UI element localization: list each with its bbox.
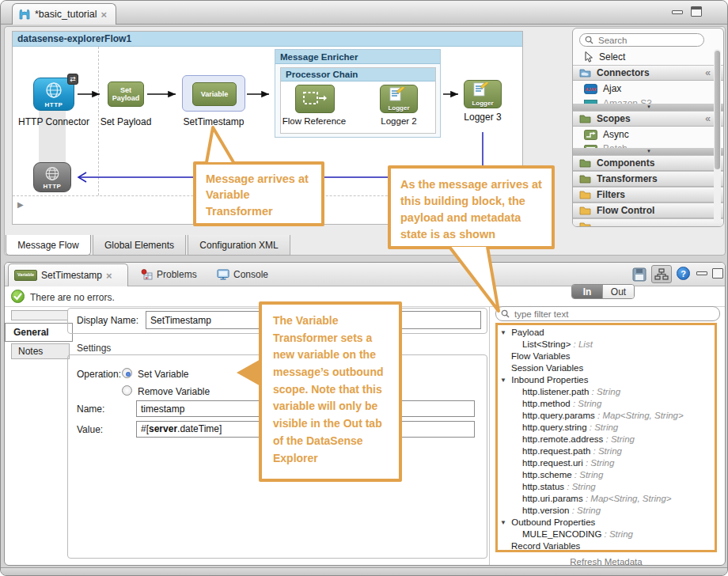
metadata-filter-input[interactable] — [513, 309, 715, 320]
palette-category-scopes[interactable]: Scopes « — [573, 111, 724, 127]
tab-problems[interactable]: x Problems — [141, 263, 197, 286]
folder-icon — [579, 222, 591, 227]
logger-icon — [389, 87, 409, 101]
metadata-tree-item[interactable]: http.uri.params : Map<String, String> — [498, 493, 715, 505]
editor-tab-close-icon[interactable]: × — [101, 9, 108, 20]
save-button[interactable] — [631, 266, 648, 283]
message-enricher-title: Message Enricher — [275, 50, 440, 64]
palette-scrollbar-thumb[interactable] — [715, 51, 720, 169]
palette-category-flow-control[interactable]: Flow Control — [573, 203, 724, 218]
palette-category-connectors[interactable]: Connectors « — [573, 65, 724, 81]
palette-panel: Select Connectors « AJAX Ajax amazon Ama — [572, 28, 724, 227]
no-errors-message: There are no errors. — [30, 292, 115, 303]
metadata-tree-item[interactable]: MULE_ENCODING : String — [498, 529, 715, 540]
value-label: Value: — [77, 424, 103, 435]
message-enricher-scope[interactable]: Message Enricher Processor Chain Flow Re… — [275, 49, 441, 138]
palette-item-async[interactable]: Async — [573, 127, 714, 142]
folder-connectors-icon — [579, 68, 591, 78]
globe-icon — [45, 166, 60, 181]
editor-tab-basic-tutorial[interactable]: *basic_tutorial × — [12, 3, 116, 25]
console-icon — [217, 269, 229, 280]
editor-tab-strip: *basic_tutorial × — [1, 1, 728, 25]
folder-transformers-icon — [579, 174, 591, 184]
show-tree-toggle-button[interactable] — [651, 265, 672, 283]
metadata-tree-item[interactable]: http.request.path : String — [498, 445, 715, 457]
palette-category-filters[interactable]: Filters — [573, 187, 724, 203]
tab-settimestamp[interactable]: Variable SetTimestamp × — [8, 263, 128, 286]
tab-out[interactable]: Out — [602, 285, 634, 298]
view-minimize-icon[interactable] — [672, 10, 683, 14]
palette-search-input[interactable] — [597, 35, 684, 46]
http-response-block[interactable]: HTTP — [33, 162, 71, 192]
set-variable-radio-label[interactable]: Set Variable — [138, 369, 188, 380]
tab-global-elements[interactable]: Global Elements — [93, 235, 186, 256]
remove-variable-radio[interactable] — [122, 385, 132, 396]
tab-console[interactable]: Console — [217, 263, 268, 286]
tree-view-icon — [654, 268, 669, 280]
metadata-tree-item[interactable]: http.listener.path : String — [498, 386, 715, 398]
logger3-block[interactable]: Logger — [464, 80, 502, 108]
variable-transformer-block-selected[interactable]: Variable — [182, 75, 245, 112]
palette-item-amazon-s3[interactable]: amazon Amazon S3 ▼ — [573, 97, 714, 111]
help-button[interactable]: ? — [677, 267, 690, 280]
metadata-tree-item[interactable]: http.version : String — [498, 505, 715, 517]
view-maximize-icon[interactable] — [691, 6, 702, 17]
palette-pin-icon[interactable]: « — [705, 113, 711, 124]
logger2-block[interactable]: Logger — [380, 85, 418, 113]
metadata-tree-item[interactable]: ▼ Payload — [498, 327, 715, 339]
remove-variable-radio-label[interactable]: Remove Variable — [138, 386, 210, 397]
palette-search-box[interactable] — [579, 33, 704, 47]
refresh-metadata-link[interactable]: Refresh Metadata — [495, 557, 717, 566]
tab-configuration-xml[interactable]: Configuration XML — [188, 235, 290, 256]
flow-reference-block[interactable] — [295, 85, 335, 113]
metadata-tree-item[interactable]: http.remote.address : String — [498, 434, 715, 445]
metadata-tree-item[interactable]: http.query.string : String — [498, 422, 715, 434]
svg-text:AJAX: AJAX — [585, 87, 597, 92]
palette-category-clipped[interactable] — [573, 218, 724, 227]
metadata-tree-item[interactable]: http.query.params : Map<String, String> — [498, 410, 715, 422]
palette-pin-icon[interactable]: « — [705, 67, 711, 78]
palette-item-batch[interactable]: Batch ▼ — [573, 142, 714, 155]
settings-group-label: Settings — [77, 343, 111, 354]
metadata-filter-box[interactable] — [495, 306, 720, 321]
ajax-logo-icon: AJAX — [584, 84, 597, 94]
palette-scroll-cut-indicator: ▼ — [573, 104, 724, 111]
metadata-tree-item[interactable]: http.request.uri : String — [498, 457, 715, 469]
palette-category-transformers[interactable]: Transformers — [573, 171, 724, 187]
logger2-label: Logger 2 — [365, 116, 433, 126]
tree-expander-icon[interactable]: ▼ — [500, 517, 509, 529]
metadata-tree-item[interactable]: ▼ Outbound Properties — [498, 517, 715, 529]
set-payload-block[interactable]: Set Payload — [108, 81, 144, 107]
processor-chain-scope[interactable]: Processor Chain Flow Reference — [280, 67, 436, 134]
metadata-tree-item[interactable]: http.method : String — [498, 398, 715, 410]
flow-title-bar[interactable]: datasense-explorerFlow1 — [13, 32, 522, 47]
metadata-tree-item[interactable]: ▼ Inbound Properties — [498, 374, 715, 386]
tree-expander-icon[interactable]: ▼ — [500, 374, 509, 386]
metadata-tree-item[interactable]: Flow Variables — [498, 351, 715, 362]
app-window: *basic_tutorial × datasense-explorerFlow… — [0, 0, 728, 576]
display-name-label: Display Name: — [77, 315, 138, 326]
tab-in[interactable]: In — [572, 285, 602, 298]
metadata-tree-item[interactable]: http.status : String — [498, 481, 715, 493]
tree-expander-icon[interactable]: ▼ — [500, 327, 509, 339]
panel-tab-close-icon[interactable]: × — [106, 271, 112, 281]
panel-minimize-icon[interactable] — [696, 271, 707, 275]
http-connector-block[interactable]: HTTP ⇄ — [33, 78, 74, 111]
metadata-tree-item[interactable]: List<String> : List — [498, 339, 715, 351]
folder-filters-icon — [579, 190, 591, 199]
metadata-tree-item[interactable]: Record Variables — [498, 540, 715, 552]
metadata-tree-item[interactable]: http.scheme : String — [498, 469, 715, 481]
side-tab-general[interactable]: General — [5, 323, 73, 342]
palette-item-ajax[interactable]: AJAX Ajax — [573, 81, 714, 97]
exchange-pattern-badge: ⇄ — [67, 74, 78, 85]
tab-message-flow[interactable]: Message Flow — [6, 235, 91, 256]
palette-item-select[interactable]: Select — [573, 49, 714, 65]
metadata-tree-item[interactable]: Session Variables — [498, 362, 715, 374]
palette-scrollbar[interactable] — [714, 49, 721, 223]
panel-maximize-icon[interactable] — [712, 268, 723, 279]
palette-category-components[interactable]: Components — [573, 155, 724, 171]
folder-flow-control-icon — [579, 206, 591, 215]
set-variable-radio[interactable] — [122, 368, 132, 378]
side-tab-notes[interactable]: Notes — [11, 343, 70, 359]
variable-transformer-label: SetTimestamp — [174, 116, 253, 127]
